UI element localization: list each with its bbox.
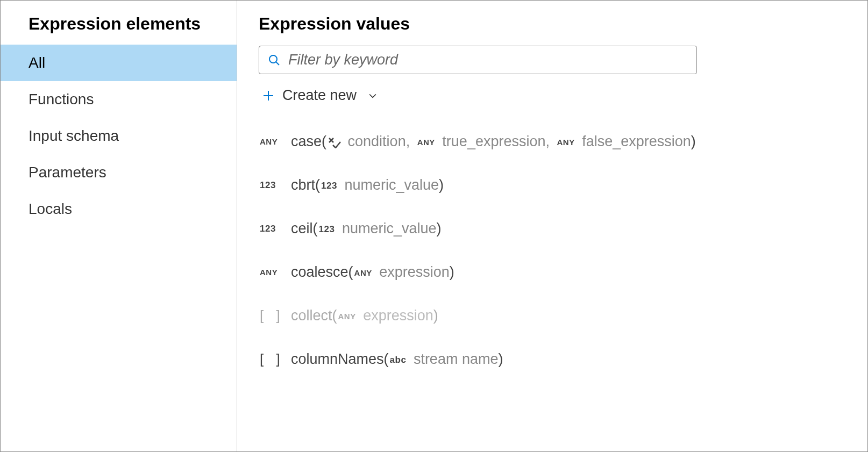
- create-new-button[interactable]: Create new: [259, 87, 846, 104]
- sidebar-item-functions[interactable]: Functions: [1, 81, 237, 118]
- return-type-badge: 123: [260, 180, 291, 191]
- filter-search-box[interactable]: [259, 46, 697, 74]
- function-name: case: [291, 133, 322, 149]
- function-name: coalesce: [291, 264, 348, 280]
- function-name: ceil: [291, 220, 313, 236]
- main-panel: Expression values Create new ANYcase( co…: [237, 1, 867, 451]
- plus-icon: [262, 89, 275, 102]
- sidebar-item-input-schema[interactable]: Input schema: [1, 118, 237, 154]
- param-name: false_expression: [582, 133, 691, 149]
- svg-line-1: [276, 62, 279, 65]
- param-type-badge: ANY: [417, 138, 435, 147]
- param-name: true_expression: [442, 133, 545, 149]
- return-type-badge: [ ]: [260, 307, 291, 324]
- param-type-badge: ANY: [338, 312, 356, 321]
- param-name: expression: [379, 264, 450, 280]
- search-icon: [268, 54, 281, 67]
- chevron-down-icon: [367, 90, 378, 101]
- function-signature: coalesce(ANY expression): [291, 264, 454, 281]
- boolean-type-icon: [328, 137, 341, 148]
- param-type-badge: 123: [321, 181, 337, 191]
- sidebar: Expression elements AllFunctionsInput sc…: [1, 1, 237, 451]
- function-list: ANYcase( condition, ANY true_expression,…: [259, 133, 846, 368]
- main-title: Expression values: [259, 14, 846, 34]
- sidebar-item-locals[interactable]: Locals: [1, 191, 237, 227]
- function-item-ceil[interactable]: 123ceil(123 numeric_value): [260, 220, 846, 237]
- function-item-cbrt[interactable]: 123cbrt(123 numeric_value): [260, 177, 846, 193]
- create-new-label: Create new: [282, 87, 357, 104]
- function-item-columnNames[interactable]: [ ]columnNames(abc stream name): [260, 351, 846, 368]
- param-name: stream name: [414, 351, 499, 367]
- param-type-badge: abc: [390, 355, 407, 365]
- function-name: cbrt: [291, 177, 315, 193]
- svg-point-0: [269, 55, 277, 63]
- return-type-badge: [ ]: [260, 351, 291, 368]
- param-type-badge: ANY: [557, 138, 575, 147]
- param-name: numeric_value: [344, 177, 439, 193]
- filter-input[interactable]: [288, 52, 688, 68]
- param-type-badge: 123: [319, 224, 335, 235]
- sidebar-item-all[interactable]: All: [1, 45, 237, 81]
- param-type-badge: ANY: [354, 268, 372, 277]
- function-signature: cbrt(123 numeric_value): [291, 177, 444, 193]
- param-name: numeric_value: [342, 220, 437, 236]
- return-type-badge: ANY: [260, 137, 291, 146]
- function-name: collect: [291, 307, 332, 324]
- sidebar-title: Expression elements: [1, 14, 237, 45]
- param-name: expression: [363, 307, 433, 324]
- function-signature: columnNames(abc stream name): [291, 351, 503, 368]
- function-signature: case( condition, ANY true_expression, AN…: [291, 133, 696, 150]
- param-name: condition: [348, 133, 406, 149]
- sidebar-item-parameters[interactable]: Parameters: [1, 154, 237, 191]
- function-item-coalesce[interactable]: ANYcoalesce(ANY expression): [260, 264, 846, 281]
- function-item-case[interactable]: ANYcase( condition, ANY true_expression,…: [260, 133, 846, 150]
- return-type-badge: 123: [260, 224, 291, 234]
- function-item-collect: [ ]collect(ANY expression): [260, 307, 846, 324]
- return-type-badge: ANY: [260, 268, 291, 277]
- function-name: columnNames: [291, 351, 384, 367]
- function-signature: ceil(123 numeric_value): [291, 220, 442, 237]
- function-signature: collect(ANY expression): [291, 307, 438, 324]
